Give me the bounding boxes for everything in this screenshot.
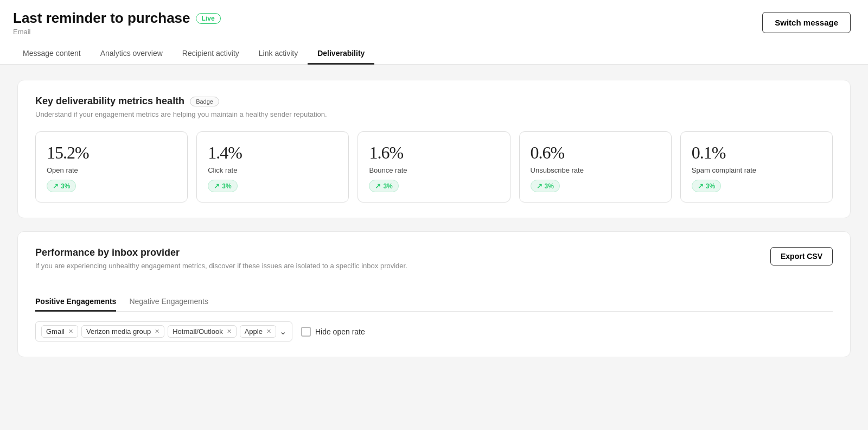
filter-pill-gmail[interactable]: Gmail ✕ bbox=[41, 325, 78, 338]
spam-rate-trend-value: 3% bbox=[706, 182, 715, 190]
filter-pill-hotmail-label: Hotmail/Outlook bbox=[173, 327, 222, 336]
open-rate-label: Open rate bbox=[47, 166, 176, 174]
card-title-row: Key deliverability metrics health Badge bbox=[35, 96, 833, 107]
inbox-provider-card: Performance by inbox provider If you are… bbox=[17, 231, 851, 357]
email-subtitle: Email bbox=[13, 28, 221, 36]
title-group: Last reminder to purchase Live Email bbox=[13, 10, 221, 36]
switch-message-button[interactable]: Switch message bbox=[762, 12, 851, 33]
tab-message-content[interactable]: Message content bbox=[13, 43, 91, 65]
unsubscribe-rate-trend-value: 3% bbox=[545, 182, 554, 190]
inbox-provider-header: Performance by inbox provider If you are… bbox=[35, 247, 833, 283]
trend-arrow-icon: ↗ bbox=[53, 182, 59, 190]
nav-tabs: Message content Analytics overview Recip… bbox=[13, 43, 851, 64]
hide-open-rate-label: Hide open rate bbox=[315, 327, 365, 336]
inbox-card-subtitle: If you are experiencing unhealthy engage… bbox=[35, 262, 407, 270]
deliverability-card-title: Key deliverability metrics health bbox=[35, 96, 184, 107]
remove-gmail-icon[interactable]: ✕ bbox=[68, 328, 73, 335]
click-rate-trend: ↗ 3% bbox=[208, 180, 237, 192]
filter-pill-hotmail[interactable]: Hotmail/Outlook ✕ bbox=[168, 325, 236, 338]
click-rate-label: Click rate bbox=[208, 166, 337, 174]
metrics-row: 15.2% Open rate ↗ 3% 1.4% Click rate ↗ 3… bbox=[35, 131, 833, 203]
unsubscribe-rate-value: 0.6% bbox=[531, 143, 660, 163]
bounce-rate-trend-value: 3% bbox=[383, 182, 392, 190]
deliverability-card-subtitle: Understand if your engagement metrics ar… bbox=[35, 110, 833, 118]
page-title: Last reminder to purchase bbox=[13, 10, 190, 27]
top-bar: Last reminder to purchase Live Email Swi… bbox=[0, 0, 868, 65]
tab-positive-engagements[interactable]: Positive Engagements bbox=[35, 293, 116, 312]
open-rate-value: 15.2% bbox=[47, 143, 176, 163]
export-csv-button[interactable]: Export CSV bbox=[770, 247, 833, 265]
trend-arrow-icon-3: ↗ bbox=[375, 182, 381, 190]
metric-bounce-rate: 1.6% Bounce rate ↗ 3% bbox=[358, 131, 510, 203]
inbox-card-title: Performance by inbox provider bbox=[35, 247, 407, 258]
filter-pills: Gmail ✕ Verizon media group ✕ Hotmail/Ou… bbox=[35, 321, 292, 342]
trend-arrow-icon-5: ↗ bbox=[698, 182, 704, 190]
deliverability-metrics-card: Key deliverability metrics health Badge … bbox=[17, 80, 851, 218]
remove-verizon-icon[interactable]: ✕ bbox=[155, 328, 159, 335]
badge-label: Badge bbox=[190, 97, 219, 106]
engagements-tabs: Positive Engagements Negative Engagement… bbox=[35, 293, 833, 312]
bounce-rate-trend: ↗ 3% bbox=[369, 180, 398, 192]
tab-analytics-overview[interactable]: Analytics overview bbox=[91, 43, 173, 65]
open-rate-trend-value: 3% bbox=[61, 182, 70, 190]
unsubscribe-rate-trend: ↗ 3% bbox=[531, 180, 560, 192]
click-rate-value: 1.4% bbox=[208, 143, 337, 163]
metric-open-rate: 15.2% Open rate ↗ 3% bbox=[35, 131, 188, 203]
bounce-rate-label: Bounce rate bbox=[369, 166, 499, 174]
top-bar-header: Last reminder to purchase Live Email Swi… bbox=[13, 10, 851, 36]
filter-pill-apple-label: Apple bbox=[245, 327, 263, 336]
title-row: Last reminder to purchase Live bbox=[13, 10, 221, 27]
spam-rate-value: 0.1% bbox=[692, 143, 821, 163]
hide-open-rate-checkbox[interactable] bbox=[301, 327, 311, 337]
metric-spam-rate: 0.1% Spam complaint rate ↗ 3% bbox=[680, 131, 833, 203]
metric-click-rate: 1.4% Click rate ↗ 3% bbox=[196, 131, 349, 203]
bounce-rate-value: 1.6% bbox=[369, 143, 499, 163]
live-badge: Live bbox=[196, 13, 221, 24]
remove-apple-icon[interactable]: ✕ bbox=[266, 328, 271, 335]
unsubscribe-rate-label: Unsubscribe rate bbox=[531, 166, 660, 174]
tab-negative-engagements[interactable]: Negative Engagements bbox=[129, 293, 208, 312]
open-rate-trend: ↗ 3% bbox=[47, 180, 76, 192]
filter-pill-verizon[interactable]: Verizon media group ✕ bbox=[81, 325, 164, 338]
trend-arrow-icon-2: ↗ bbox=[214, 182, 220, 190]
filter-pill-apple[interactable]: Apple ✕ bbox=[240, 325, 276, 338]
spam-rate-trend: ↗ 3% bbox=[692, 180, 721, 192]
metric-unsubscribe-rate: 0.6% Unsubscribe rate ↗ 3% bbox=[519, 131, 672, 203]
main-content: Key deliverability metrics health Badge … bbox=[0, 65, 868, 372]
filter-pill-verizon-label: Verizon media group bbox=[86, 327, 151, 336]
filter-row: Gmail ✕ Verizon media group ✕ Hotmail/Ou… bbox=[35, 321, 833, 342]
inbox-title-group: Performance by inbox provider If you are… bbox=[35, 247, 407, 283]
tab-deliverability[interactable]: Deliverability bbox=[308, 43, 374, 65]
spam-rate-label: Spam complaint rate bbox=[692, 166, 821, 174]
trend-arrow-icon-4: ↗ bbox=[537, 182, 542, 190]
tab-recipient-activity[interactable]: Recipient activity bbox=[173, 43, 249, 65]
filter-pill-gmail-label: Gmail bbox=[46, 327, 65, 336]
filter-dropdown-icon[interactable]: ⌄ bbox=[279, 326, 286, 337]
click-rate-trend-value: 3% bbox=[222, 182, 231, 190]
tab-link-activity[interactable]: Link activity bbox=[249, 43, 308, 65]
remove-hotmail-icon[interactable]: ✕ bbox=[227, 328, 232, 335]
hide-open-rate-row: Hide open rate bbox=[301, 327, 365, 337]
